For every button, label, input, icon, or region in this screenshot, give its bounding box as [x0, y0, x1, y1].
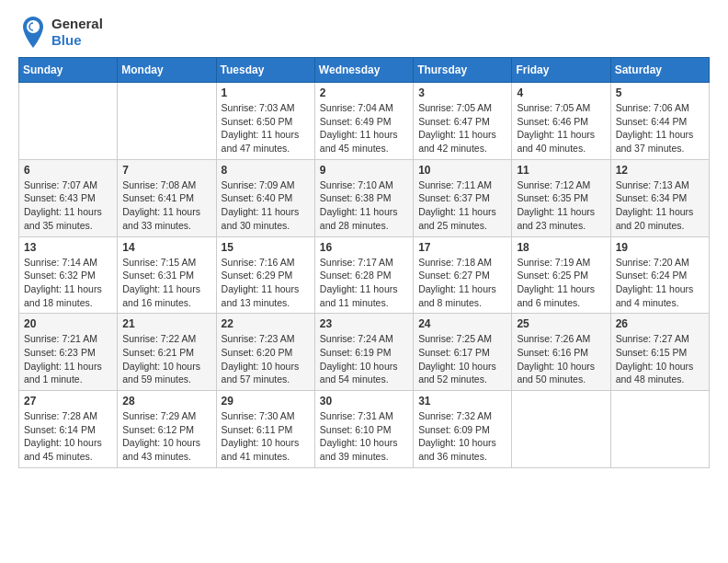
day-info: Sunrise: 7:13 AMSunset: 6:34 PMDaylight:… [616, 178, 704, 233]
calendar-week-row: 27Sunrise: 7:28 AMSunset: 6:14 PMDayligh… [19, 391, 710, 468]
calendar-cell [512, 391, 610, 468]
day-number: 13 [24, 241, 112, 254]
day-info: Sunrise: 7:17 AMSunset: 6:28 PMDaylight:… [320, 256, 408, 310]
day-info: Sunrise: 7:05 AMSunset: 6:47 PMDaylight:… [418, 101, 506, 155]
day-info: Sunrise: 7:08 AMSunset: 6:41 PMDaylight:… [122, 178, 210, 233]
day-info: Sunrise: 7:23 AMSunset: 6:20 PMDaylight:… [222, 332, 310, 386]
day-number: 12 [616, 164, 704, 177]
day-info: Sunrise: 7:03 AMSunset: 6:50 PMDaylight:… [222, 101, 310, 155]
column-header-friday: Friday [512, 58, 610, 83]
day-number: 8 [222, 164, 310, 177]
day-info: Sunrise: 7:05 AMSunset: 6:46 PMDaylight:… [517, 101, 605, 155]
calendar-cell: 13Sunrise: 7:14 AMSunset: 6:32 PMDayligh… [19, 236, 118, 314]
day-info: Sunrise: 7:32 AMSunset: 6:09 PMDaylight:… [418, 409, 506, 464]
day-number: 31 [418, 395, 506, 408]
calendar-cell: 25Sunrise: 7:26 AMSunset: 6:16 PMDayligh… [512, 314, 610, 391]
day-info: Sunrise: 7:19 AMSunset: 6:25 PMDaylight:… [517, 256, 605, 310]
calendar-cell: 22Sunrise: 7:23 AMSunset: 6:20 PMDayligh… [216, 314, 314, 391]
calendar-cell: 14Sunrise: 7:15 AMSunset: 6:31 PMDayligh… [118, 236, 216, 314]
column-header-thursday: Thursday [414, 58, 512, 83]
calendar-cell: 20Sunrise: 7:21 AMSunset: 6:23 PMDayligh… [19, 314, 118, 391]
day-info: Sunrise: 7:25 AMSunset: 6:17 PMDaylight:… [418, 332, 506, 386]
day-number: 10 [418, 164, 506, 177]
day-number: 14 [122, 241, 210, 254]
day-number: 15 [222, 241, 310, 254]
day-number: 25 [517, 317, 605, 330]
day-number: 20 [24, 317, 112, 330]
day-info: Sunrise: 7:11 AMSunset: 6:37 PMDaylight:… [418, 178, 506, 233]
calendar-cell: 12Sunrise: 7:13 AMSunset: 6:34 PMDayligh… [610, 159, 709, 236]
calendar-cell: 21Sunrise: 7:22 AMSunset: 6:21 PMDayligh… [118, 314, 216, 391]
day-info: Sunrise: 7:21 AMSunset: 6:23 PMDaylight:… [24, 332, 112, 386]
calendar-week-row: 6Sunrise: 7:07 AMSunset: 6:43 PMDaylight… [19, 159, 710, 236]
day-number: 7 [122, 164, 210, 177]
day-info: Sunrise: 7:07 AMSunset: 6:43 PMDaylight:… [24, 178, 112, 233]
calendar-cell: 7Sunrise: 7:08 AMSunset: 6:41 PMDaylight… [118, 159, 216, 236]
day-info: Sunrise: 7:12 AMSunset: 6:35 PMDaylight:… [517, 178, 605, 233]
day-number: 9 [320, 164, 408, 177]
page-header: General Blue [18, 15, 710, 50]
calendar-week-row: 1Sunrise: 7:03 AMSunset: 6:50 PMDaylight… [19, 83, 710, 160]
column-header-wednesday: Wednesday [314, 58, 413, 83]
calendar-cell: 17Sunrise: 7:18 AMSunset: 6:27 PMDayligh… [414, 236, 512, 314]
calendar-cell: 4Sunrise: 7:05 AMSunset: 6:46 PMDaylight… [512, 83, 610, 160]
day-number: 30 [320, 395, 408, 408]
column-header-saturday: Saturday [610, 58, 709, 83]
calendar-cell: 31Sunrise: 7:32 AMSunset: 6:09 PMDayligh… [414, 391, 512, 468]
calendar-cell: 29Sunrise: 7:30 AMSunset: 6:11 PMDayligh… [216, 391, 314, 468]
calendar-cell: 24Sunrise: 7:25 AMSunset: 6:17 PMDayligh… [414, 314, 512, 391]
day-number: 11 [517, 164, 605, 177]
day-number: 29 [222, 395, 310, 408]
column-header-monday: Monday [118, 58, 216, 83]
day-number: 24 [418, 317, 506, 330]
day-number: 5 [616, 86, 704, 99]
logo-text-block: General Blue [51, 16, 103, 49]
day-number: 1 [222, 86, 310, 99]
day-info: Sunrise: 7:10 AMSunset: 6:38 PMDaylight:… [320, 178, 408, 233]
day-number: 27 [24, 395, 112, 408]
day-number: 19 [616, 241, 704, 254]
calendar-cell: 8Sunrise: 7:09 AMSunset: 6:40 PMDaylight… [216, 159, 314, 236]
day-number: 6 [24, 164, 112, 177]
calendar-cell [19, 83, 118, 160]
day-number: 22 [222, 317, 310, 330]
column-header-sunday: Sunday [19, 58, 118, 83]
day-info: Sunrise: 7:09 AMSunset: 6:40 PMDaylight:… [222, 178, 310, 233]
day-info: Sunrise: 7:14 AMSunset: 6:32 PMDaylight:… [24, 256, 112, 310]
day-info: Sunrise: 7:22 AMSunset: 6:21 PMDaylight:… [122, 332, 210, 386]
calendar-week-row: 20Sunrise: 7:21 AMSunset: 6:23 PMDayligh… [19, 314, 710, 391]
calendar-cell [610, 391, 709, 468]
day-number: 2 [320, 86, 408, 99]
day-number: 18 [517, 241, 605, 254]
day-info: Sunrise: 7:15 AMSunset: 6:31 PMDaylight:… [122, 256, 210, 310]
calendar-cell: 30Sunrise: 7:31 AMSunset: 6:10 PMDayligh… [314, 391, 413, 468]
day-info: Sunrise: 7:24 AMSunset: 6:19 PMDaylight:… [320, 332, 408, 386]
day-info: Sunrise: 7:18 AMSunset: 6:27 PMDaylight:… [418, 256, 506, 310]
logo: General Blue [18, 15, 103, 50]
day-info: Sunrise: 7:28 AMSunset: 6:14 PMDaylight:… [24, 409, 112, 464]
day-info: Sunrise: 7:30 AMSunset: 6:11 PMDaylight:… [222, 409, 310, 464]
calendar-cell: 28Sunrise: 7:29 AMSunset: 6:12 PMDayligh… [118, 391, 216, 468]
calendar-cell: 18Sunrise: 7:19 AMSunset: 6:25 PMDayligh… [512, 236, 610, 314]
calendar-cell: 19Sunrise: 7:20 AMSunset: 6:24 PMDayligh… [610, 236, 709, 314]
logo-icon [18, 15, 48, 50]
day-info: Sunrise: 7:16 AMSunset: 6:29 PMDaylight:… [222, 256, 310, 310]
calendar-cell: 2Sunrise: 7:04 AMSunset: 6:49 PMDaylight… [314, 83, 413, 160]
calendar-cell [118, 83, 216, 160]
day-number: 17 [418, 241, 506, 254]
day-info: Sunrise: 7:04 AMSunset: 6:49 PMDaylight:… [320, 101, 408, 155]
column-header-tuesday: Tuesday [216, 58, 314, 83]
day-info: Sunrise: 7:26 AMSunset: 6:16 PMDaylight:… [517, 332, 605, 386]
calendar-table: SundayMondayTuesdayWednesdayThursdayFrid… [18, 57, 710, 468]
calendar-cell: 16Sunrise: 7:17 AMSunset: 6:28 PMDayligh… [314, 236, 413, 314]
day-number: 3 [418, 86, 506, 99]
calendar-cell: 11Sunrise: 7:12 AMSunset: 6:35 PMDayligh… [512, 159, 610, 236]
calendar-cell: 6Sunrise: 7:07 AMSunset: 6:43 PMDaylight… [19, 159, 118, 236]
calendar-week-row: 13Sunrise: 7:14 AMSunset: 6:32 PMDayligh… [19, 236, 710, 314]
day-info: Sunrise: 7:29 AMSunset: 6:12 PMDaylight:… [122, 409, 210, 464]
calendar-cell: 23Sunrise: 7:24 AMSunset: 6:19 PMDayligh… [314, 314, 413, 391]
calendar-cell: 15Sunrise: 7:16 AMSunset: 6:29 PMDayligh… [216, 236, 314, 314]
calendar-cell: 9Sunrise: 7:10 AMSunset: 6:38 PMDaylight… [314, 159, 413, 236]
calendar-cell: 1Sunrise: 7:03 AMSunset: 6:50 PMDaylight… [216, 83, 314, 160]
day-info: Sunrise: 7:31 AMSunset: 6:10 PMDaylight:… [320, 409, 408, 464]
